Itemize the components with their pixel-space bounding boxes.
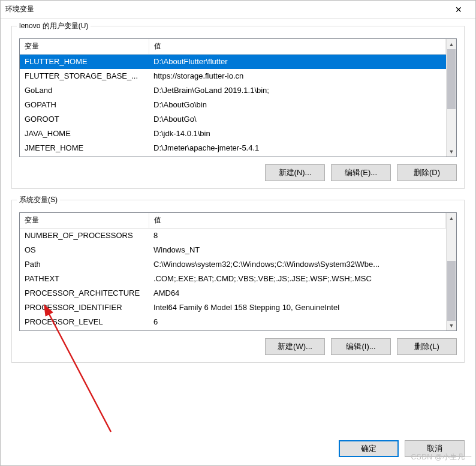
- scroll-down-icon[interactable]: ▼: [447, 320, 456, 330]
- table-row[interactable]: GoLandD:\JetBrain\GoLand 2019.1.1\bin;: [20, 83, 446, 98]
- ok-button[interactable]: 确定: [339, 440, 399, 457]
- var-value-cell: AMD64: [149, 286, 446, 300]
- var-name-cell: JAVA_HOME: [20, 127, 149, 141]
- system-vars-table-container: 变量 值 NUMBER_OF_PROCESSORS8OSWindows_NTPa…: [19, 212, 457, 331]
- var-value-cell: 8: [149, 229, 446, 243]
- user-vars-buttons: 新建(N)... 编辑(E)... 删除(D): [19, 164, 457, 181]
- var-value-cell: Intel64 Family 6 Model 158 Stepping 10, …: [149, 300, 446, 315]
- table-row[interactable]: PATHEXT.COM;.EXE;.BAT;.CMD;.VBS;.VBE;.JS…: [20, 272, 446, 286]
- system-vars-label: 系统变量(S): [17, 195, 60, 205]
- user-new-button[interactable]: 新建(N)...: [265, 164, 325, 181]
- var-name-cell: GOROOT: [20, 112, 149, 127]
- var-value-cell: D:\AboutFlutter\flutter: [149, 55, 446, 69]
- var-name-cell: OS: [20, 243, 149, 257]
- system-edit-button[interactable]: 编辑(I)...: [331, 338, 391, 355]
- var-name-cell: GoLand: [20, 83, 149, 98]
- var-value-cell: D:\AboutGo\: [149, 112, 446, 127]
- user-delete-button[interactable]: 删除(D): [397, 164, 457, 181]
- table-row[interactable]: PROCESSOR_ARCHITECTUREAMD64: [20, 286, 446, 300]
- var-name-cell: JMETER_HOME: [20, 141, 149, 155]
- var-value-cell: D:\JetBrain\GoLand 2019.1.1\bin;: [149, 83, 446, 98]
- table-row[interactable]: NUMBER_OF_PROCESSORS8: [20, 229, 446, 243]
- table-row[interactable]: FLUTTER_STORAGE_BASE_...https://storage.…: [20, 69, 446, 83]
- table-row[interactable]: JMETER_HOMED:\Jmeter\apache-jmeter-5.4.1: [20, 141, 446, 155]
- titlebar: 环境变量 ✕: [1, 1, 475, 19]
- table-row[interactable]: PROCESSOR_LEVEL6: [20, 315, 446, 329]
- scroll-up-icon[interactable]: ▲: [447, 39, 456, 49]
- var-name-cell: GOPATH: [20, 98, 149, 112]
- scroll-thumb[interactable]: [447, 261, 456, 321]
- dialog-footer: 确定 取消: [1, 438, 475, 465]
- table-row[interactable]: PathC:\Windows\system32;C:\Windows;C:\Wi…: [20, 257, 446, 272]
- table-row[interactable]: PROCESSOR_IDENTIFIERIntel64 Family 6 Mod…: [20, 300, 446, 315]
- var-name-cell: Path: [20, 257, 149, 272]
- user-edit-button[interactable]: 编辑(E)...: [331, 164, 391, 181]
- user-vars-group: lenovo 的用户变量(U) 变量 值 FLUTTER_HOMED:\Abou…: [11, 26, 465, 189]
- var-value-cell: 6: [149, 315, 446, 329]
- scroll-up-icon[interactable]: ▲: [447, 213, 456, 223]
- col-header-value[interactable]: 值: [149, 213, 446, 229]
- var-value-cell: D:\Jmeter\apache-jmeter-5.4.1: [149, 141, 446, 155]
- system-vars-group: 系统变量(S) 变量 值 NUMBER_OF_PROCESSORS8OSWind…: [11, 200, 465, 363]
- table-row[interactable]: FLUTTER_HOMED:\AboutFlutter\flutter: [20, 55, 446, 69]
- var-value-cell: Windows_NT: [149, 243, 446, 257]
- var-name-cell: PROCESSOR_LEVEL: [20, 315, 149, 329]
- scroll-thumb[interactable]: [447, 49, 456, 109]
- var-value-cell: https://storage.flutter-io.cn: [149, 69, 446, 83]
- system-new-button[interactable]: 新建(W)...: [265, 338, 325, 355]
- table-row[interactable]: OSWindows_NT: [20, 243, 446, 257]
- var-name-cell: FLUTTER_STORAGE_BASE_...: [20, 69, 149, 83]
- dialog-body: lenovo 的用户变量(U) 变量 值 FLUTTER_HOMED:\Abou…: [1, 19, 475, 438]
- var-name-cell: PROCESSOR_IDENTIFIER: [20, 300, 149, 315]
- var-name-cell: PATHEXT: [20, 272, 149, 286]
- col-header-name[interactable]: 变量: [20, 213, 149, 229]
- var-value-cell: C:\Windows\system32;C:\Windows;C:\Window…: [149, 257, 446, 272]
- table-row[interactable]: GOROOTD:\AboutGo\: [20, 112, 446, 127]
- var-value-cell: D:\AboutGo\bin: [149, 98, 446, 112]
- col-header-name[interactable]: 变量: [20, 39, 149, 55]
- var-name-cell: FLUTTER_HOME: [20, 55, 149, 69]
- user-vars-table[interactable]: 变量 值 FLUTTER_HOMED:\AboutFlutter\flutter…: [20, 39, 446, 155]
- user-vars-scroll: 变量 值 FLUTTER_HOMED:\AboutFlutter\flutter…: [20, 39, 446, 157]
- system-vars-table[interactable]: 变量 值 NUMBER_OF_PROCESSORS8OSWindows_NTPa…: [20, 213, 446, 329]
- window-title: 环境变量: [5, 4, 447, 14]
- table-row[interactable]: GOPATHD:\AboutGo\bin: [20, 98, 446, 112]
- var-name-cell: NUMBER_OF_PROCESSORS: [20, 229, 149, 243]
- system-vars-buttons: 新建(W)... 编辑(I)... 删除(L): [19, 338, 457, 355]
- close-icon[interactable]: ✕: [447, 1, 471, 18]
- user-vars-label: lenovo 的用户变量(U): [17, 21, 91, 31]
- var-value-cell: .COM;.EXE;.BAT;.CMD;.VBS;.VBE;.JS;.JSE;.…: [149, 272, 446, 286]
- system-delete-button[interactable]: 删除(L): [397, 338, 457, 355]
- user-vars-scrollbar[interactable]: ▲ ▼: [446, 39, 456, 157]
- env-vars-dialog: 环境变量 ✕ lenovo 的用户变量(U) 变量 值 FLUT: [0, 0, 476, 466]
- system-vars-scrollbar[interactable]: ▲ ▼: [446, 213, 456, 330]
- user-vars-table-container: 变量 值 FLUTTER_HOMED:\AboutFlutter\flutter…: [19, 38, 457, 157]
- table-row[interactable]: JAVA_HOMED:\jdk-14.0.1\bin: [20, 127, 446, 141]
- cancel-button[interactable]: 取消: [405, 440, 465, 457]
- system-vars-scroll: 变量 值 NUMBER_OF_PROCESSORS8OSWindows_NTPa…: [20, 213, 446, 330]
- col-header-value[interactable]: 值: [149, 39, 446, 55]
- var-name-cell: PROCESSOR_ARCHITECTURE: [20, 286, 149, 300]
- var-value-cell: D:\jdk-14.0.1\bin: [149, 127, 446, 141]
- scroll-down-icon[interactable]: ▼: [447, 146, 456, 157]
